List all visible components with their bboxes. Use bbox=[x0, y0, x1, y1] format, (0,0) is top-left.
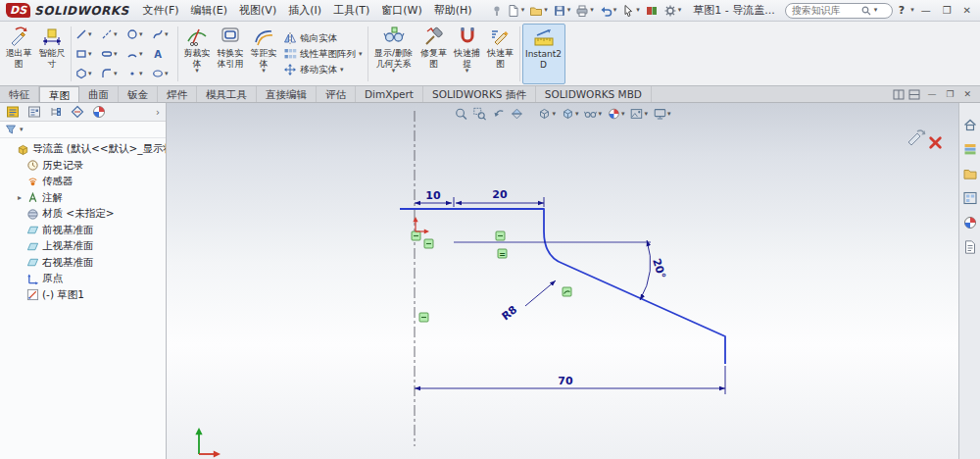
pane-layout-icon[interactable] bbox=[908, 89, 920, 100]
tree-item-history[interactable]: 历史记录 bbox=[0, 158, 166, 175]
caret-icon[interactable]: ▾ bbox=[88, 31, 92, 38]
section-view-button[interactable] bbox=[509, 106, 524, 122]
open-document-button[interactable]: ▾ bbox=[527, 3, 550, 19]
tab-solidworks-mbd[interactable]: SOLIDWORKS MBD bbox=[536, 86, 652, 102]
dimension-angle[interactable]: 20° bbox=[650, 257, 668, 280]
tab-dimxpert[interactable]: DimXpert bbox=[356, 86, 423, 102]
minimize-button[interactable]: — bbox=[916, 3, 936, 18]
caret-icon[interactable]: ▾ bbox=[590, 7, 594, 14]
caret-icon[interactable]: ▾ bbox=[667, 111, 671, 118]
panel-expand-chevron[interactable]: › bbox=[156, 107, 160, 118]
relation-equal-badge[interactable]: = bbox=[499, 250, 506, 259]
close-button[interactable]: ✕ bbox=[958, 3, 976, 18]
graphics-area[interactable]: 10 20 70 R8 20° bbox=[167, 103, 958, 459]
move-entities-button[interactable]: 移动实体 ▾ bbox=[283, 63, 363, 76]
slot-tool[interactable]: ▾ bbox=[99, 44, 124, 64]
caret-icon[interactable]: ▾ bbox=[262, 69, 266, 74]
display-style-button[interactable]: ▾ bbox=[560, 106, 580, 122]
print-button[interactable]: ▾ bbox=[573, 3, 596, 19]
filter-funnel-icon[interactable] bbox=[5, 124, 17, 135]
linear-sketch-pattern-button[interactable]: 线性草图阵列 ▾ bbox=[283, 47, 363, 61]
previous-view-button[interactable] bbox=[490, 106, 506, 122]
ellipse-tool[interactable]: ▾ bbox=[150, 64, 175, 83]
propertymanager-tab-icon[interactable] bbox=[27, 105, 41, 119]
caret-icon[interactable]: ▾ bbox=[114, 31, 118, 38]
caret-icon[interactable]: ▾ bbox=[139, 51, 143, 58]
pin-menubar-icon[interactable] bbox=[490, 4, 504, 18]
caret-icon[interactable]: ▾ bbox=[165, 31, 169, 38]
tree-item-annotations[interactable]: ▸ 注解 bbox=[0, 190, 166, 207]
displaymanager-tab-icon[interactable] bbox=[92, 105, 106, 119]
sketch-origin[interactable] bbox=[413, 217, 429, 234]
search-icon[interactable] bbox=[861, 6, 871, 16]
file-explorer-icon[interactable] bbox=[962, 166, 978, 181]
tab-sketch[interactable]: 草图 bbox=[39, 86, 79, 102]
caret-icon[interactable]: ▾ bbox=[544, 7, 548, 14]
doc-minimize-button[interactable]: — bbox=[924, 88, 939, 100]
smart-dimension-button[interactable]: 智能尺寸 bbox=[35, 24, 69, 84]
view-settings-button[interactable]: ▾ bbox=[652, 106, 672, 122]
menu-view[interactable]: 视图(V) bbox=[233, 0, 282, 21]
tree-item-front-plane[interactable]: 前视基准面 bbox=[0, 223, 166, 239]
tree-item-sketch1[interactable]: (-) 草图1 bbox=[0, 287, 166, 304]
caret-icon[interactable]: ▾ bbox=[139, 31, 143, 38]
caret-icon[interactable]: ▾ bbox=[195, 69, 199, 74]
menu-window[interactable]: 窗口(W) bbox=[375, 0, 427, 21]
tab-mold-tools[interactable]: 模具工具 bbox=[197, 86, 257, 102]
knowledge-search[interactable]: ▾ bbox=[785, 3, 893, 19]
sketch-relation-badges[interactable] bbox=[412, 231, 571, 322]
convert-entities-button[interactable]: 转换实体引用 bbox=[214, 24, 247, 84]
caret-icon[interactable]: ▾ bbox=[636, 7, 640, 14]
point-tool[interactable]: ▾ bbox=[124, 64, 150, 83]
tree-item-right-plane[interactable]: 右视基准面 bbox=[0, 255, 166, 272]
caret-icon[interactable]: ▾ bbox=[598, 111, 602, 118]
expand-icon[interactable]: ▸ bbox=[16, 193, 24, 202]
menu-tools[interactable]: 工具(T) bbox=[327, 0, 375, 21]
offset-entities-button[interactable]: 等距实体 ▾ bbox=[247, 24, 280, 84]
dimension-70[interactable]: 70 bbox=[558, 375, 573, 387]
tab-weldments[interactable]: 焊件 bbox=[158, 86, 197, 102]
caret-icon[interactable]: ▾ bbox=[114, 51, 118, 58]
caret-icon[interactable]: ▾ bbox=[567, 7, 571, 14]
tab-evaluate[interactable]: 评估 bbox=[317, 86, 356, 102]
view-orientation-button[interactable]: ▾ bbox=[536, 106, 557, 122]
circle-tool[interactable]: ▾ bbox=[124, 25, 150, 44]
undo-button[interactable]: ▾ bbox=[597, 3, 619, 19]
save-button[interactable]: ▾ bbox=[551, 3, 573, 19]
tab-surfaces[interactable]: 曲面 bbox=[79, 86, 119, 102]
menu-edit[interactable]: 编辑(E) bbox=[185, 0, 234, 21]
trim-entities-button[interactable]: 剪裁实体 ▾ bbox=[180, 24, 214, 84]
zoom-to-area-button[interactable] bbox=[471, 106, 487, 122]
rapid-sketch-button[interactable]: 快速草图 bbox=[484, 24, 517, 84]
pane-split-icon[interactable] bbox=[893, 89, 905, 100]
caret-icon[interactable]: ▾ bbox=[340, 67, 344, 74]
caret-icon[interactable]: ▾ bbox=[645, 111, 649, 118]
select-button[interactable]: ▾ bbox=[619, 3, 642, 19]
sketch-profile[interactable] bbox=[400, 209, 725, 364]
caret-icon[interactable]: ▾ bbox=[874, 7, 878, 14]
tab-direct-editing[interactable]: 直接编辑 bbox=[257, 86, 317, 102]
menu-insert[interactable]: 插入(I) bbox=[282, 0, 327, 21]
exit-sketch-confirm-icon[interactable] bbox=[904, 127, 927, 150]
mirror-entities-button[interactable]: 镜向实体 bbox=[283, 31, 363, 45]
help-caret-icon[interactable]: ▾ bbox=[910, 7, 914, 14]
new-document-button[interactable]: ▾ bbox=[505, 3, 527, 19]
caret-icon[interactable]: ▾ bbox=[88, 71, 92, 77]
caret-icon[interactable]: ▾ bbox=[88, 51, 92, 58]
view-palette-icon[interactable] bbox=[962, 190, 978, 206]
caret-icon[interactable]: ▾ bbox=[139, 71, 143, 77]
menu-help[interactable]: 帮助(H) bbox=[428, 0, 478, 21]
resources-home-icon[interactable] bbox=[962, 117, 978, 132]
tree-item-top-plane[interactable]: 上视基准面 bbox=[0, 238, 166, 255]
help-button[interactable]: ? bbox=[895, 2, 908, 19]
centerline-tool[interactable]: ▾ bbox=[99, 25, 124, 44]
tab-sheet-metal[interactable]: 钣金 bbox=[119, 86, 158, 102]
caret-icon[interactable]: ▾ bbox=[165, 71, 169, 77]
zoom-to-fit-button[interactable] bbox=[453, 106, 468, 122]
caret-icon[interactable]: ▾ bbox=[359, 51, 363, 58]
tab-features[interactable]: 特征 bbox=[0, 86, 39, 102]
featuremanager-tab-icon[interactable] bbox=[6, 105, 20, 119]
custom-properties-icon[interactable] bbox=[962, 239, 978, 255]
caret-icon[interactable]: ▾ bbox=[466, 69, 469, 74]
dimension-10[interactable]: 10 bbox=[425, 189, 441, 202]
